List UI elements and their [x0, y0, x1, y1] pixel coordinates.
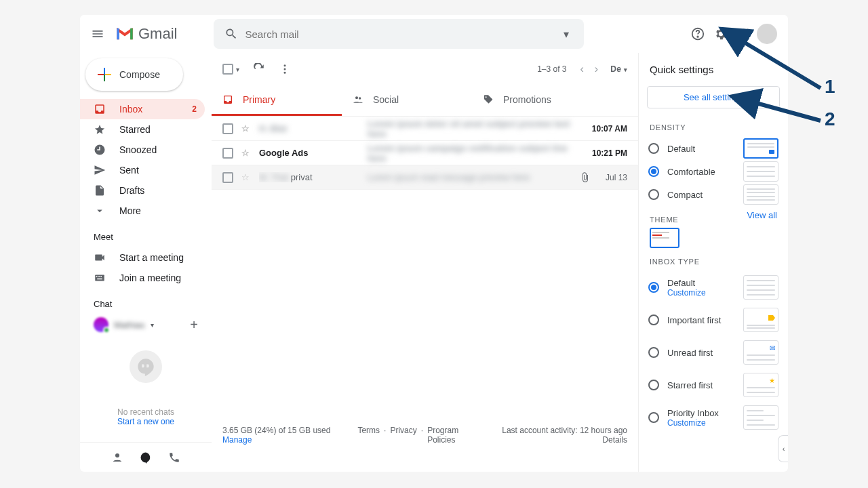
terms-link[interactable]: Terms [357, 426, 380, 445]
new-chat-icon[interactable]: + [190, 317, 198, 333]
customize-link[interactable]: Customize [667, 418, 735, 428]
phone-icon[interactable] [167, 451, 181, 464]
mail-row[interactable]: ☆ Google Ads Lorem ipsum campaign notifi… [212, 141, 638, 165]
row-sender: H. Blat [259, 123, 368, 134]
radio-icon[interactable] [648, 314, 659, 325]
theme-view-all-link[interactable]: View all [747, 210, 777, 220]
search-bar[interactable]: ▾ [214, 19, 584, 49]
svg-rect-16 [97, 279, 102, 280]
gear-icon[interactable] [709, 22, 732, 45]
sidebar-item-starred[interactable]: Starred [80, 119, 205, 140]
row-subject: Lorem ipsum read message preview here [368, 172, 580, 182]
tab-label: Promotions [503, 94, 551, 105]
select-all-caret-icon[interactable]: ▾ [236, 66, 239, 73]
radio-icon[interactable] [648, 380, 659, 390]
more-icon[interactable] [279, 63, 291, 75]
tab-label: Social [373, 94, 399, 105]
row-star-icon[interactable]: ☆ [241, 123, 250, 134]
mail-row[interactable]: ☆ M. Thal privat Lorem ipsum read messag… [212, 165, 638, 190]
policies-link[interactable]: Program Policies [427, 426, 475, 445]
sidebar-item-more[interactable]: More [80, 201, 205, 221]
inbox-type-unread[interactable]: Unread first ✉ [639, 336, 788, 369]
mail-row[interactable]: ☆ H. Blat Lorem ipsum dolor sit amet sub… [212, 117, 638, 141]
compose-button[interactable]: Compose [85, 58, 183, 91]
manage-storage-link[interactable]: Manage [222, 435, 330, 445]
tag-icon [483, 94, 494, 105]
inbox-thumb-icon [743, 405, 778, 430]
start-meeting[interactable]: Start a meeting [80, 247, 212, 268]
radio-icon[interactable] [648, 143, 659, 154]
sidebar-item-inbox[interactable]: Inbox 2 [80, 99, 205, 119]
theme-thumb[interactable] [650, 228, 679, 248]
svg-point-7 [747, 33, 749, 35]
search-icon[interactable] [218, 27, 245, 41]
contacts-icon[interactable] [111, 451, 124, 464]
chat-user-row[interactable]: Mathias ▾ + [80, 314, 212, 335]
radio-icon[interactable] [648, 282, 659, 293]
sidebar-item-snoozed[interactable]: Snoozed [80, 140, 205, 160]
select-all-checkbox[interactable] [222, 64, 233, 75]
sidebar-item-sent[interactable]: Sent [80, 160, 205, 180]
radio-icon[interactable] [648, 347, 659, 358]
search-options-icon[interactable]: ▾ [553, 28, 580, 41]
density-compact[interactable]: Compact [639, 183, 788, 206]
next-page-icon[interactable]: › [589, 63, 604, 75]
prev-page-icon[interactable]: ‹ [575, 63, 589, 75]
density-comfortable[interactable]: Comfortable [639, 160, 788, 183]
hangouts-tab-icon[interactable] [139, 451, 153, 464]
tab-promotions[interactable]: Promotions [472, 85, 602, 116]
activity-info: Last account activity: 12 hours ago [502, 426, 627, 435]
density-default[interactable]: Default [639, 137, 788, 160]
svg-rect-15 [101, 276, 102, 277]
svg-rect-12 [96, 276, 98, 277]
apps-grid-icon[interactable] [732, 22, 755, 45]
row-checkbox[interactable] [222, 123, 233, 134]
file-icon [94, 184, 107, 197]
sidebar-item-label: Snoozed [119, 144, 157, 155]
radio-icon[interactable] [648, 189, 659, 200]
inbox-type-important[interactable]: Important first [639, 304, 788, 336]
refresh-icon[interactable] [253, 63, 265, 75]
hangouts-empty: No recent chats Start a new one [80, 335, 212, 442]
side-panel-toggle-icon[interactable]: ‹ [778, 435, 788, 462]
account-avatar[interactable] [755, 22, 778, 45]
inbox-icon [94, 103, 107, 115]
sidebar-item-label: Sent [119, 165, 139, 176]
gmail-logo: Gmail [115, 25, 177, 43]
keyboard-icon [94, 272, 107, 284]
row-star-icon[interactable]: ☆ [241, 172, 250, 182]
chat-user-name: Mathias [114, 320, 145, 330]
inbox-thumb-icon: ✉ [743, 340, 778, 365]
customize-link[interactable]: Customize [667, 288, 735, 298]
main-menu-icon[interactable] [90, 26, 106, 42]
radio-icon[interactable] [648, 166, 659, 177]
mail-list-column: ▾ 1–3 of 3 ‹ › De Primary Social Promoti… [212, 53, 639, 472]
search-input[interactable] [245, 28, 553, 40]
join-meeting[interactable]: Join a meeting [80, 268, 212, 288]
privacy-link[interactable]: Privacy [390, 426, 416, 445]
see-all-settings-button[interactable]: See all settings [647, 86, 780, 108]
quick-settings-title: Quick settings [639, 61, 788, 81]
details-link[interactable]: Details [502, 435, 627, 445]
tab-primary[interactable]: Primary [212, 85, 342, 116]
row-checkbox[interactable] [222, 148, 233, 159]
theme-label: THEME [650, 206, 679, 224]
inbox-type-starred[interactable]: Starred first ★ [639, 369, 788, 401]
storage-info: 3.65 GB (24%) of 15 GB used [222, 426, 330, 435]
annotation-number-1: 1 [825, 76, 835, 98]
people-icon [353, 94, 363, 105]
tab-social[interactable]: Social [342, 85, 472, 116]
sidebar-item-drafts[interactable]: Drafts [80, 180, 205, 201]
chat-section-title: Chat [80, 288, 212, 314]
radio-icon[interactable] [648, 412, 659, 423]
row-star-icon[interactable]: ☆ [241, 148, 250, 158]
meet-section-title: Meet [80, 221, 212, 247]
row-sender: Google Ads [259, 148, 368, 158]
inbox-type-default[interactable]: Default Customize [639, 271, 788, 304]
input-tools-button[interactable]: De [610, 64, 627, 74]
compose-plus-icon [98, 68, 111, 81]
hangouts-start-link[interactable]: Start a new one [117, 417, 174, 426]
row-checkbox[interactable] [222, 172, 233, 183]
help-icon[interactable] [686, 22, 709, 45]
inbox-type-priority[interactable]: Priority Inbox Customize [639, 401, 788, 434]
